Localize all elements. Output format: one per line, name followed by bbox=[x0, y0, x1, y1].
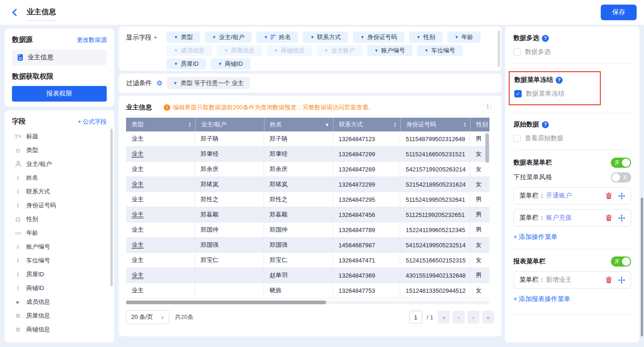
menu-item-open-account[interactable]: 菜单栏： 开通账户 bbox=[513, 187, 631, 205]
fields-scrollbar[interactable] bbox=[110, 129, 113, 286]
sort-updown-icon[interactable]: ▲▼ bbox=[463, 122, 466, 127]
field-item-shop-id[interactable]: I商铺ID bbox=[12, 281, 107, 295]
field-item-name[interactable]: I姓名 bbox=[12, 171, 107, 185]
checkbox-checked[interactable]: ✓ bbox=[514, 90, 522, 97]
column-header-phone[interactable]: 联系方式▲▼ bbox=[333, 118, 400, 131]
table-row[interactable]: 业主 郑子聃 郑子聃 13264847123 51154879950231264… bbox=[126, 131, 489, 147]
table-row[interactable]: 业主 郑性之 郑性之 13264847295 51152419950523264… bbox=[126, 192, 489, 207]
table-horizontal-scrollbar[interactable] bbox=[126, 301, 489, 304]
delete-icon[interactable] bbox=[606, 215, 612, 221]
current-page-input[interactable]: 1 bbox=[409, 311, 422, 324]
display-fields-scrollbar[interactable] bbox=[498, 30, 500, 67]
change-datasource-link[interactable]: 更改数据源 bbox=[77, 36, 107, 44]
table-row[interactable]: 业主 郑绪岚 郑绪岚 13264872299 52154218950523162… bbox=[126, 177, 489, 192]
table-vertical-scrollbar[interactable] bbox=[485, 133, 489, 163]
multi-select-checkbox-row[interactable]: 数据多选 bbox=[513, 48, 631, 56]
cell-idcard: 152241199605212345 bbox=[400, 222, 470, 238]
chip-type[interactable]: ▼类型 bbox=[167, 32, 200, 43]
field-item-type[interactable]: ⊙类型 bbox=[12, 143, 107, 157]
chevron-down-icon: ▼ bbox=[274, 48, 278, 53]
chip-owner-account[interactable]: ▼业主账户 bbox=[317, 45, 362, 56]
chip-house-id[interactable]: ▼房屋ID bbox=[167, 58, 206, 69]
first-page-button[interactable]: « bbox=[438, 311, 450, 324]
add-report-action-menu-link[interactable]: + 添加报表操作菜单 bbox=[513, 295, 631, 303]
field-item-account[interactable]: I账户编号 bbox=[12, 240, 107, 254]
toggle-knob bbox=[612, 173, 620, 182]
table-row[interactable]: 业主 郑国仲 郑国仲 13264847789 15224119960521234… bbox=[126, 222, 489, 238]
table-row[interactable]: 业主 郑嘉颖 郑嘉颖 13264847456 51125119920523265… bbox=[126, 207, 489, 222]
table-row[interactable]: 业主 郑国强 郑国强 14564687987 54152419950523251… bbox=[126, 238, 489, 253]
field-item-parking[interactable]: I车位编号 bbox=[12, 254, 107, 267]
column-header-owner[interactable]: 业主/租户 bbox=[195, 118, 264, 131]
chip-idcard[interactable]: ▼身份证号码 bbox=[353, 32, 404, 43]
chip-gender[interactable]: ▼性别 bbox=[409, 32, 443, 43]
checkbox-unchecked[interactable] bbox=[513, 48, 521, 56]
column-header-type[interactable]: 类型▲▼ bbox=[126, 118, 195, 131]
field-item-owner[interactable]: 业主/租户 bbox=[12, 157, 107, 171]
delete-icon[interactable] bbox=[606, 277, 612, 283]
gear-icon[interactable]: ⚙ bbox=[156, 79, 162, 87]
page-size-select[interactable]: 20 条/页 ∨ bbox=[126, 310, 169, 324]
filter-condition-chip[interactable]: ▼ 类型 等于任意一个 业主 bbox=[167, 77, 249, 89]
field-item-idcard[interactable]: I身份证号码 bbox=[12, 199, 107, 212]
table-row[interactable]: 业主 郑余庆 郑余庆 13264847289 54215719920526321… bbox=[126, 162, 489, 177]
report-permission-button[interactable]: 报表权限 bbox=[12, 86, 107, 102]
menu-item-recharge[interactable]: 菜单栏： 账户充值 bbox=[513, 209, 631, 227]
chip-owner[interactable]: ▼业主/租户 bbox=[205, 32, 252, 43]
column-header-name[interactable]: 姓名▼ bbox=[264, 118, 333, 131]
last-page-button[interactable]: » bbox=[482, 311, 494, 324]
field-item-phone[interactable]: I联系方式 bbox=[12, 185, 107, 199]
prev-page-button[interactable]: ‹ bbox=[453, 311, 465, 324]
chip-shop-id[interactable]: ▼商铺ID bbox=[211, 58, 250, 69]
save-button[interactable]: 保存 bbox=[601, 5, 637, 20]
move-icon[interactable] bbox=[618, 277, 625, 284]
back-icon[interactable] bbox=[9, 7, 20, 18]
table-menu-toggle[interactable]: 开 bbox=[611, 158, 631, 168]
datasource-item[interactable]: 业主信息 bbox=[12, 50, 107, 65]
menu-freeze-checkbox-row[interactable]: ✓ 数据菜单冻结 bbox=[514, 90, 592, 98]
chip-age[interactable]: ▼年龄 bbox=[447, 32, 481, 43]
chip-phone[interactable]: ▼联系方式 bbox=[303, 32, 348, 43]
chip-house-info[interactable]: ▼房屋信息 bbox=[217, 45, 262, 56]
chip-account[interactable]: ▼账户编号 bbox=[367, 45, 413, 56]
help-icon[interactable] bbox=[542, 121, 549, 128]
chip-shop-info[interactable]: ▼商铺信息 bbox=[267, 45, 312, 56]
scrollbar-thumb[interactable] bbox=[126, 301, 326, 304]
chip-name[interactable]: ▼姓名 bbox=[256, 32, 298, 43]
report-menu-toggle[interactable]: 开 bbox=[611, 256, 631, 267]
sort-updown-icon[interactable]: ▲▼ bbox=[188, 122, 191, 127]
dropdown-style-toggle[interactable]: 关 bbox=[611, 172, 631, 182]
add-action-menu-link[interactable]: + 添加操作菜单 bbox=[513, 233, 631, 241]
chip-parking[interactable]: ▼车位编号 bbox=[417, 45, 463, 56]
field-item-house-id[interactable]: I房屋ID bbox=[12, 267, 107, 281]
move-icon[interactable] bbox=[618, 193, 625, 199]
menu-item-new-owner[interactable]: 菜单栏： 新增业主 bbox=[513, 271, 631, 289]
raw-data-checkbox-row[interactable]: 查看原始数据 bbox=[513, 134, 631, 142]
add-formula-field-link[interactable]: + 公式字段 bbox=[78, 118, 107, 126]
cell-owner: 郑国仲 bbox=[195, 222, 264, 238]
table-row[interactable]: 业主 郑肇经 郑肇经 13264847299 51152416650523152… bbox=[126, 147, 489, 162]
next-page-button[interactable]: › bbox=[467, 311, 479, 324]
delete-icon[interactable] bbox=[606, 193, 612, 199]
field-item-title[interactable]: T≡标题 bbox=[12, 130, 107, 143]
field-item-age[interactable]: 123年龄 bbox=[12, 226, 107, 240]
table-row[interactable]: 业主 赵单羽 13264847369 430155199402132648 男 bbox=[126, 268, 489, 283]
table-row[interactable]: 业主 郑宝仁 郑宝仁 13264847471 51241516650215231… bbox=[126, 253, 489, 268]
column-header-idcard[interactable]: 身份证号码▲▼ bbox=[400, 118, 470, 131]
help-icon[interactable] bbox=[556, 77, 563, 84]
add-field-icon[interactable]: + bbox=[154, 34, 157, 41]
field-item-house-info[interactable]: ⧉房屋信息 bbox=[12, 309, 107, 323]
field-item-gender[interactable]: ⊡性别 bbox=[12, 212, 107, 226]
column-header-gender[interactable]: 性别 bbox=[470, 118, 489, 131]
field-item-members[interactable]: ▶成员信息 bbox=[12, 295, 107, 309]
sort-order-icon[interactable]: 1↓ bbox=[483, 100, 495, 113]
move-icon[interactable] bbox=[618, 215, 625, 222]
chip-members[interactable]: ▼成员信息 bbox=[167, 45, 212, 56]
table-row[interactable]: 业主 晓旌 13264847753 151248133502944512 女 bbox=[126, 283, 489, 298]
help-icon[interactable] bbox=[542, 35, 549, 42]
checkbox-unchecked[interactable] bbox=[513, 135, 521, 142]
sort-desc-icon[interactable]: ▼ bbox=[325, 122, 329, 127]
window-scrollbar[interactable] bbox=[641, 198, 643, 336]
field-item-shop-info[interactable]: ⧉商铺信息 bbox=[12, 323, 107, 336]
sort-updown-icon[interactable]: ▲▼ bbox=[393, 122, 397, 127]
